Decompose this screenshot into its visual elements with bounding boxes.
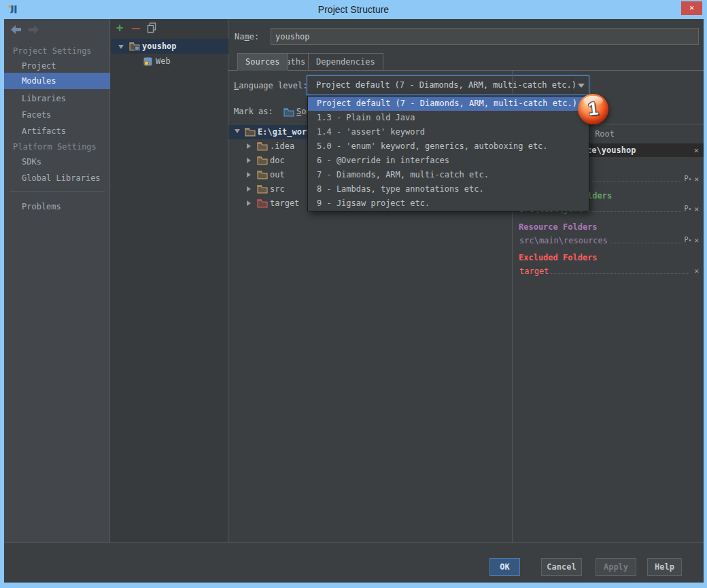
sidebar-item-facets[interactable]: Facets — [4, 107, 110, 122]
close-button[interactable]: ✕ — [681, 1, 702, 15]
expand-icon[interactable] — [247, 172, 251, 177]
sidebar-header-project-settings: Project Settings — [4, 44, 110, 58]
sidebar-item-sdks[interactable]: SDKs — [4, 154, 110, 169]
sources-folder-icon[interactable] — [283, 107, 294, 117]
dotted-leader — [585, 211, 683, 212]
back-arrow-icon[interactable] — [11, 25, 21, 34]
folder-icon — [257, 184, 268, 194]
dropdown-option-7[interactable]: 7 - Diamonds, ARM, multi-catch etc. — [308, 168, 589, 182]
sidebar-item-libraries[interactable]: Libraries — [4, 91, 110, 106]
sidebar-separator — [10, 191, 105, 192]
chevron-down-icon[interactable] — [572, 76, 589, 94]
remove-module-button[interactable] — [132, 28, 140, 29]
expand-icon[interactable] — [247, 186, 251, 192]
dotted-leader — [610, 243, 682, 243]
combobox-value: Project default (7 - Diamonds, ARM, mult… — [316, 76, 576, 94]
copy-module-icon[interactable] — [147, 22, 157, 33]
remove-folder-icon[interactable]: ✕ — [694, 205, 699, 214]
expand-icon[interactable] — [247, 143, 251, 149]
module-icon — [129, 41, 140, 51]
language-level-combobox[interactable]: Project default (7 - Diamonds, ARM, mult… — [307, 75, 589, 95]
folder-path: src\main\resources — [519, 236, 608, 245]
resource-folder-row[interactable]: src\main\resources P▾ ✕ — [519, 235, 699, 245]
language-level-dropdown-list: Project default (7 - Diamonds, ARM, mult… — [307, 96, 589, 211]
window-title: Project Structure — [0, 4, 707, 15]
footer-bar: OK Cancel Apply Help — [4, 542, 704, 583]
expand-icon[interactable] — [247, 201, 251, 206]
dropdown-option-8[interactable]: 8 - Lambdas, type annotations etc. — [308, 182, 589, 196]
dialog-content: Project Settings Project Modules Librari… — [4, 19, 704, 583]
module-name-input[interactable] — [271, 28, 699, 45]
dotted-leader — [551, 273, 689, 274]
sidebar-item-problems[interactable]: Problems — [4, 199, 110, 214]
dropdown-option-1-3[interactable]: 1.3 - Plain old Java — [308, 111, 589, 125]
project-structure-dialog: Project Structure ✕ Project Settings Pro… — [0, 0, 707, 588]
folder-name: src — [270, 182, 285, 196]
dropdown-option-project-default[interactable]: Project default (7 - Diamonds, ARM, mult… — [308, 97, 589, 111]
step-badge: 1 — [578, 94, 608, 124]
remove-folder-icon[interactable]: ✕ — [694, 266, 699, 276]
sidebar-item-project[interactable]: Project — [4, 58, 110, 73]
sidebar-item-artifacts[interactable]: Artifacts — [4, 124, 110, 139]
add-module-button[interactable]: + — [116, 21, 123, 35]
resource-folders-title: Resource Folders — [519, 222, 598, 232]
folder-name: out — [270, 168, 285, 182]
folder-name: doc — [270, 154, 285, 168]
step-badge-number: 1 — [577, 97, 610, 122]
dotted-leader — [585, 181, 683, 182]
remove-folder-icon[interactable]: ✕ — [694, 175, 699, 184]
facet-row-web[interactable]: Web — [111, 54, 228, 69]
module-row-youshop[interactable]: youshop — [111, 39, 228, 54]
folder-path: target — [519, 266, 549, 276]
excluded-folder-row[interactable]: target ✕ — [519, 265, 699, 276]
folder-icon — [257, 156, 268, 165]
expand-icon[interactable] — [247, 158, 251, 163]
tab-bar-divider — [228, 70, 704, 71]
mark-as-label: Mark as: — [234, 107, 273, 116]
dropdown-option-9[interactable]: 9 - Jigsaw project etc. — [308, 196, 589, 211]
sidebar-item-global-libraries[interactable]: Global Libraries — [4, 171, 110, 186]
forward-arrow-icon[interactable] — [29, 25, 39, 34]
folder-name: .idea — [270, 139, 294, 154]
web-facet-icon — [143, 56, 153, 67]
folder-name: target — [270, 196, 299, 211]
tab-dependencies[interactable]: Dependencies — [308, 53, 383, 71]
dropdown-option-1-4[interactable]: 1.4 - 'assert' keyword — [308, 125, 589, 139]
facet-name: Web — [156, 54, 171, 69]
sidebar-header-platform-settings: Platform Settings — [4, 139, 110, 154]
folder-icon — [257, 141, 268, 151]
excluded-folders-title: Excluded Folders — [519, 253, 598, 262]
name-label: Name: — [235, 32, 259, 41]
properties-icon[interactable]: P▾ — [685, 174, 692, 184]
language-level-label: Language level: — [234, 81, 307, 90]
collapse-icon[interactable] — [235, 129, 240, 133]
collapse-icon[interactable] — [118, 45, 124, 49]
apply-button[interactable]: Apply — [596, 558, 636, 576]
excluded-folder-icon — [257, 198, 268, 208]
properties-icon[interactable]: P▾ — [685, 235, 692, 245]
sidebar: Project Settings Project Modules Librari… — [4, 19, 110, 542]
sidebar-item-modules[interactable]: Modules — [4, 73, 110, 89]
remove-content-root-icon[interactable]: ✕ — [694, 143, 699, 157]
module-name: youshop — [142, 39, 177, 54]
dropdown-option-6[interactable]: 6 - @Override in interfaces — [308, 154, 589, 168]
properties-icon[interactable]: P▾ — [685, 204, 692, 214]
module-tree-panel: + youshop Web — [111, 19, 228, 542]
remove-folder-icon[interactable]: ✕ — [694, 236, 699, 245]
folder-icon — [245, 127, 256, 137]
cancel-button[interactable]: Cancel — [541, 558, 582, 576]
ok-button[interactable]: OK — [489, 558, 520, 576]
folder-icon — [257, 170, 268, 179]
tab-sources[interactable]: Sources — [237, 53, 288, 71]
dropdown-option-5-0[interactable]: 5.0 - 'enum' keyword, generics, autoboxi… — [308, 139, 589, 154]
close-icon: ✕ — [689, 3, 694, 12]
help-button[interactable]: Help — [647, 558, 682, 576]
